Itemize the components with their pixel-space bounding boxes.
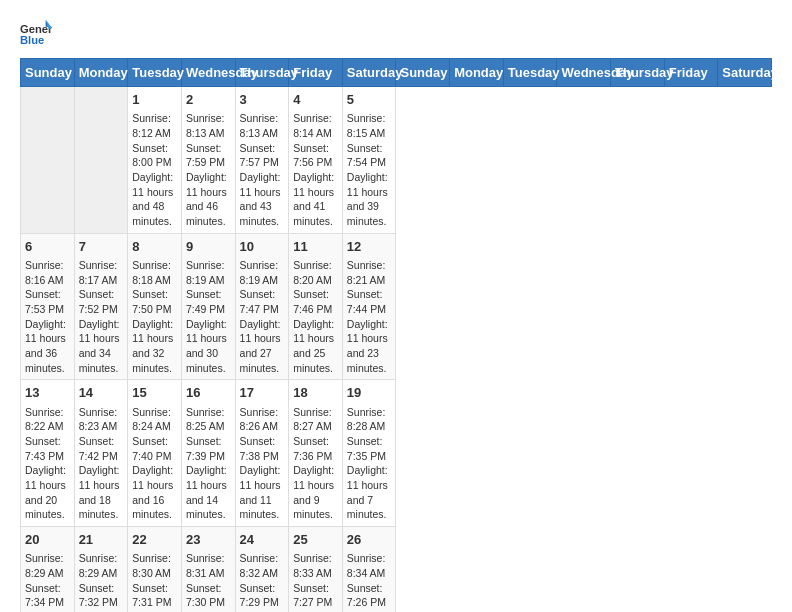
sunset: Sunset: 7:38 PM <box>240 435 279 462</box>
week-row-3: 13Sunrise: 8:22 AMSunset: 7:43 PMDayligh… <box>21 380 772 527</box>
col-header-friday: Friday <box>289 59 343 87</box>
day-cell: 21Sunrise: 8:29 AMSunset: 7:32 PMDayligh… <box>74 527 128 612</box>
day-cell <box>21 87 75 234</box>
sunrise: Sunrise: 8:23 AM <box>79 406 118 433</box>
sunset: Sunset: 7:49 PM <box>186 288 225 315</box>
col-header-monday: Monday <box>450 59 504 87</box>
day-cell: 7Sunrise: 8:17 AMSunset: 7:52 PMDaylight… <box>74 233 128 380</box>
sunrise: Sunrise: 8:30 AM <box>132 552 171 579</box>
day-number: 16 <box>186 384 231 402</box>
col-header-sunday: Sunday <box>396 59 450 87</box>
day-cell: 24Sunrise: 8:32 AMSunset: 7:29 PMDayligh… <box>235 527 289 612</box>
day-number: 23 <box>186 531 231 549</box>
sunrise: Sunrise: 8:26 AM <box>240 406 279 433</box>
col-header-monday: Monday <box>74 59 128 87</box>
day-cell: 15Sunrise: 8:24 AMSunset: 7:40 PMDayligh… <box>128 380 182 527</box>
day-number: 17 <box>240 384 285 402</box>
daylight: Daylight: 11 hours and 20 minutes. <box>25 464 66 520</box>
daylight: Daylight: 11 hours and 14 minutes. <box>186 464 227 520</box>
day-cell: 2Sunrise: 8:13 AMSunset: 7:59 PMDaylight… <box>181 87 235 234</box>
day-number: 9 <box>186 238 231 256</box>
sunrise: Sunrise: 8:33 AM <box>293 552 332 579</box>
daylight: Daylight: 11 hours and 41 minutes. <box>293 171 334 227</box>
sunrise: Sunrise: 8:18 AM <box>132 259 171 286</box>
sunset: Sunset: 7:29 PM <box>240 582 279 609</box>
sunset: Sunset: 7:52 PM <box>79 288 118 315</box>
sunrise: Sunrise: 8:19 AM <box>240 259 279 286</box>
sunset: Sunset: 7:39 PM <box>186 435 225 462</box>
day-cell: 10Sunrise: 8:19 AMSunset: 7:47 PMDayligh… <box>235 233 289 380</box>
week-row-4: 20Sunrise: 8:29 AMSunset: 7:34 PMDayligh… <box>21 527 772 612</box>
daylight: Daylight: 11 hours and 7 minutes. <box>347 464 388 520</box>
day-number: 19 <box>347 384 392 402</box>
day-number: 24 <box>240 531 285 549</box>
sunrise: Sunrise: 8:12 AM <box>132 112 171 139</box>
sunset: Sunset: 7:50 PM <box>132 288 171 315</box>
day-cell: 22Sunrise: 8:30 AMSunset: 7:31 PMDayligh… <box>128 527 182 612</box>
sunrise: Sunrise: 8:16 AM <box>25 259 64 286</box>
col-header-tuesday: Tuesday <box>503 59 557 87</box>
week-row-1: 1Sunrise: 8:12 AMSunset: 8:00 PMDaylight… <box>21 87 772 234</box>
day-number: 10 <box>240 238 285 256</box>
col-header-thursday: Thursday <box>611 59 665 87</box>
col-header-tuesday: Tuesday <box>128 59 182 87</box>
daylight: Daylight: 11 hours and 11 minutes. <box>240 464 281 520</box>
day-cell: 17Sunrise: 8:26 AMSunset: 7:38 PMDayligh… <box>235 380 289 527</box>
sunrise: Sunrise: 8:25 AM <box>186 406 225 433</box>
sunrise: Sunrise: 8:34 AM <box>347 552 386 579</box>
day-number: 2 <box>186 91 231 109</box>
day-number: 26 <box>347 531 392 549</box>
day-number: 12 <box>347 238 392 256</box>
col-header-thursday: Thursday <box>235 59 289 87</box>
day-number: 15 <box>132 384 177 402</box>
day-cell: 4Sunrise: 8:14 AMSunset: 7:56 PMDaylight… <box>289 87 343 234</box>
sunrise: Sunrise: 8:27 AM <box>293 406 332 433</box>
day-number: 6 <box>25 238 70 256</box>
day-number: 25 <box>293 531 338 549</box>
daylight: Daylight: 11 hours and 25 minutes. <box>293 318 334 374</box>
sunrise: Sunrise: 8:24 AM <box>132 406 171 433</box>
daylight: Daylight: 11 hours and 43 minutes. <box>240 171 281 227</box>
day-cell: 25Sunrise: 8:33 AMSunset: 7:27 PMDayligh… <box>289 527 343 612</box>
sunrise: Sunrise: 8:22 AM <box>25 406 64 433</box>
sunrise: Sunrise: 8:14 AM <box>293 112 332 139</box>
sunrise: Sunrise: 8:31 AM <box>186 552 225 579</box>
day-number: 18 <box>293 384 338 402</box>
daylight: Daylight: 11 hours and 30 minutes. <box>186 318 227 374</box>
sunrise: Sunrise: 8:29 AM <box>79 552 118 579</box>
sunset: Sunset: 7:46 PM <box>293 288 332 315</box>
daylight: Daylight: 11 hours and 46 minutes. <box>186 171 227 227</box>
sunrise: Sunrise: 8:15 AM <box>347 112 386 139</box>
logo-icon: General Blue <box>20 20 52 48</box>
calendar-table: SundayMondayTuesdayWednesdayThursdayFrid… <box>20 58 772 612</box>
sunrise: Sunrise: 8:28 AM <box>347 406 386 433</box>
day-cell: 14Sunrise: 8:23 AMSunset: 7:42 PMDayligh… <box>74 380 128 527</box>
col-header-friday: Friday <box>664 59 718 87</box>
day-cell: 11Sunrise: 8:20 AMSunset: 7:46 PMDayligh… <box>289 233 343 380</box>
day-number: 20 <box>25 531 70 549</box>
sunset: Sunset: 7:27 PM <box>293 582 332 609</box>
sunrise: Sunrise: 8:17 AM <box>79 259 118 286</box>
day-cell: 1Sunrise: 8:12 AMSunset: 8:00 PMDaylight… <box>128 87 182 234</box>
daylight: Daylight: 11 hours and 27 minutes. <box>240 318 281 374</box>
col-header-wednesday: Wednesday <box>557 59 611 87</box>
sunset: Sunset: 7:56 PM <box>293 142 332 169</box>
day-cell: 13Sunrise: 8:22 AMSunset: 7:43 PMDayligh… <box>21 380 75 527</box>
day-number: 3 <box>240 91 285 109</box>
day-cell <box>74 87 128 234</box>
day-cell: 6Sunrise: 8:16 AMSunset: 7:53 PMDaylight… <box>21 233 75 380</box>
sunset: Sunset: 7:32 PM <box>79 582 118 609</box>
daylight: Daylight: 11 hours and 36 minutes. <box>25 318 66 374</box>
col-header-saturday: Saturday <box>718 59 772 87</box>
sunset: Sunset: 7:40 PM <box>132 435 171 462</box>
day-cell: 26Sunrise: 8:34 AMSunset: 7:26 PMDayligh… <box>342 527 396 612</box>
sunrise: Sunrise: 8:32 AM <box>240 552 279 579</box>
sunset: Sunset: 7:36 PM <box>293 435 332 462</box>
sunrise: Sunrise: 8:29 AM <box>25 552 64 579</box>
day-number: 5 <box>347 91 392 109</box>
day-number: 11 <box>293 238 338 256</box>
sunrise: Sunrise: 8:20 AM <box>293 259 332 286</box>
col-header-wednesday: Wednesday <box>181 59 235 87</box>
daylight: Daylight: 11 hours and 23 minutes. <box>347 318 388 374</box>
col-header-sunday: Sunday <box>21 59 75 87</box>
